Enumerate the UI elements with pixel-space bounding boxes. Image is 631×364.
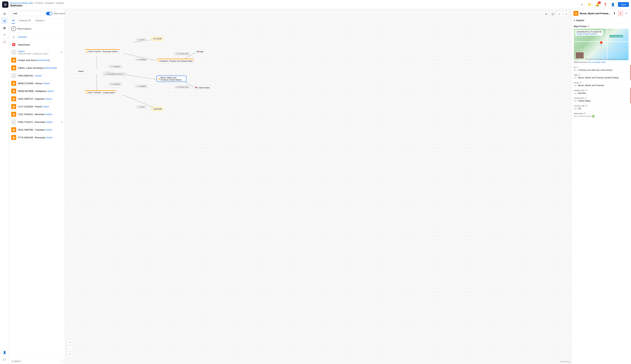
map-preview-section: Map Preview ⓘ The Home Depot 33°33'39.0"… (571, 23, 631, 65)
graph-node-us[interactable]: 🇺🇸 United States ⋯ (193, 86, 211, 90)
graph-node-crystal[interactable]: ▦ A617-7075018 - Crystal Switch ⋮ (85, 90, 117, 94)
s531-link[interactable]: Switch (46, 128, 53, 131)
failed-tests-info-icon[interactable]: ⓘ (584, 112, 586, 115)
switch-link[interactable]: Switch (18, 50, 25, 53)
sidebar-item-switzerland[interactable]: 🇨🇭 Switzerland (9, 41, 65, 48)
name-info-icon[interactable]: ⓘ (579, 81, 581, 84)
map-view-link[interactable]: Größere Karte ansehen (577, 33, 597, 35)
canvas-comment-btn[interactable]: 💬 (550, 11, 556, 17)
pagination-prev[interactable]: ‹ (61, 360, 61, 362)
graph-node-davidson[interactable]: ▦ Davidson, Rosales and Stewart (Italy) … (157, 59, 194, 63)
canvas-undo-btn[interactable]: ↩ (557, 11, 562, 17)
sidebar-item-cooper[interactable]: ▦ Cooper and Sons (Switzerland) (9, 56, 65, 64)
sidebar-item-h402[interactable]: □ H402-6061531 - Switch (9, 72, 65, 80)
id-info-icon[interactable]: ⓘ (576, 66, 578, 69)
sidebar-item-m558[interactable]: ▦ M558-2275045 - Sensor Switch (9, 80, 65, 87)
graph-node-price2[interactable]: 1,40 EUR ⋯ (151, 107, 164, 111)
country-code-info-icon[interactable]: ⓘ (586, 104, 587, 107)
nav-graph[interactable]: ◈ (2, 18, 8, 24)
y117-link[interactable]: Switch (42, 105, 49, 108)
sidebar-item-y117[interactable]: ▦ Y117-1025328 - Planck Switch (9, 103, 65, 110)
us-menu[interactable]: ⋯ (209, 86, 211, 88)
t151-link[interactable]: Switch (46, 113, 53, 116)
nav-table[interactable]: ▦ (2, 24, 8, 31)
h402-link[interactable]: Switch (35, 74, 42, 77)
upload-button[interactable]: ⬆ (612, 11, 617, 16)
tab-instances[interactable]: Instances 20 (18, 18, 32, 24)
sidebar-item-switch-sub[interactable]: ⬡ Switch W658-9979899 - Multiplexer Swit… (9, 48, 65, 56)
sidebar-item-switches[interactable]: ◇ Switches (9, 33, 65, 41)
label-info-icon[interactable]: ⓘ (578, 74, 580, 76)
graph-node-moran[interactable]: ▦ Moran, Martin andFreeman (United State… (157, 76, 186, 82)
sidebar-item-s531[interactable]: ▦ S531-7887299 - Transistor Switch (9, 126, 65, 134)
sidebar-item-w658[interactable]: ▦ W658-9979899 - Multiplexer Switch (9, 87, 65, 95)
switch-menu[interactable]: ⋯ (83, 70, 85, 72)
locality-info-icon[interactable]: ⓘ (585, 89, 587, 92)
m558-link[interactable]: Switch (43, 82, 50, 85)
supplier-section-label: Supplier (576, 19, 584, 22)
save-button[interactable]: Save (618, 2, 629, 7)
w658-link[interactable]: Switch (47, 90, 54, 92)
graph-node-price1[interactable]: 0,71 EUR ⋯ (151, 37, 164, 40)
add-button[interactable]: ＋ (579, 2, 584, 7)
pagination-next[interactable]: › (62, 360, 63, 362)
panel-actions: ⬆ 🗑 ✏ (612, 11, 629, 16)
sidebar-item-adkins[interactable]: ▦ Adkins, Lopez and Boyd (Switzerland) (9, 64, 65, 72)
sidebar-item-label-switches: Switches (18, 36, 63, 38)
davidson-menu[interactable]: ⋯ (192, 60, 193, 62)
z452-link[interactable]: Switch (45, 98, 52, 100)
supplier-section-toggle[interactable]: ▾ Supplier (571, 18, 631, 23)
nav-users[interactable]: 👤 (2, 349, 8, 356)
tab-classes[interactable]: Classes 0 (34, 18, 45, 24)
graph-node-label-supplier2: ⟺ supplier (135, 85, 148, 88)
notifications-button[interactable]: 🔔 1 (595, 2, 600, 7)
switches-link[interactable]: Switches (18, 36, 27, 38)
graph-node-resonator[interactable]: ▦ F264-7752472 - Resonator Switch ⋮ (85, 49, 119, 54)
sidebar-item-f264[interactable]: □ F264-7752472 - Resonator Switch ↻ (9, 118, 65, 126)
sidebar-item-z452[interactable]: ▦ Z452-1805723 - Capacitor Switch (9, 95, 65, 103)
fit-view-button[interactable]: ⤢ (67, 351, 73, 357)
tab-all[interactable]: All (11, 18, 15, 24)
nav-home[interactable]: ⊞ (2, 10, 8, 17)
adkins-link[interactable]: Switzerland (44, 66, 56, 69)
nav-settings[interactable]: ⬡ (2, 356, 8, 362)
f264-link[interactable]: Switch (46, 121, 53, 124)
switch-sub-icon: ⬡ (11, 50, 16, 55)
view-on-google-maps-link[interactable]: view on google maps (587, 61, 606, 63)
new-instance-button[interactable]: + New instance (9, 24, 65, 33)
sidebar-item-p774[interactable]: ▦ P774-3681449 - Resonator Switch (9, 134, 65, 141)
zoom-in-button[interactable]: + (67, 340, 73, 345)
breadcrumb-bke[interactable]: Business knowledge editor (10, 2, 33, 4)
italy-menu[interactable]: ⋯ (202, 50, 204, 52)
nav-list[interactable]: ≡ (2, 32, 8, 38)
canvas-layout-btn[interactable]: ⊞ (543, 11, 549, 17)
graph-node-switch[interactable]: ⬡ Switch ⋯ (74, 69, 86, 74)
help-button[interactable]: ❓ (602, 2, 608, 7)
gmaps-label: gMaps preview (574, 61, 587, 63)
search-input[interactable] (11, 11, 45, 16)
map-preview-info-icon[interactable]: ⓘ (587, 25, 589, 28)
country-info-icon[interactable]: ⓘ (585, 97, 587, 99)
graph-node-italy[interactable]: 🇮🇹 Italy ⋯ (195, 50, 205, 54)
cooper-link[interactable]: Switzerland (37, 59, 49, 62)
p774-link[interactable]: Switch (46, 136, 53, 139)
crystal-menu[interactable]: ⋮ (114, 92, 116, 94)
resonator-menu[interactable]: ⋮ (117, 50, 119, 52)
refresh-icon[interactable]: ↻ (61, 51, 63, 54)
nav-analytics[interactable]: 📈 (2, 39, 8, 45)
folder-button[interactable]: 📁 (587, 2, 592, 7)
field-failed-tests-wrapper: failed tests ⓘ No constraints failed ✅ (571, 111, 631, 119)
moran-menu[interactable]: ⋯ (184, 77, 185, 78)
sidebar: Show search sidebar All Instances 20 Cla… (9, 9, 65, 364)
canvas-redo-btn[interactable]: ↪ (563, 11, 569, 17)
edit-button[interactable]: ✏ (624, 11, 629, 16)
price1-menu[interactable]: ⋯ (161, 38, 163, 39)
main-canvas[interactable]: ⊞ 💬 ↩ ↪ 0, (65, 9, 571, 364)
sidebar-item-t151[interactable]: ▦ T151-7042410 - Memristor Switch (9, 110, 65, 118)
price2-menu[interactable]: ⋯ (161, 108, 163, 110)
sidebar-toggle-switch[interactable] (46, 12, 53, 15)
delete-button[interactable]: 🗑 (618, 11, 623, 16)
user-button[interactable]: 👤 (610, 2, 615, 7)
zoom-out-button[interactable]: − (67, 345, 73, 351)
f264-refresh-icon[interactable]: ↻ (61, 120, 63, 124)
